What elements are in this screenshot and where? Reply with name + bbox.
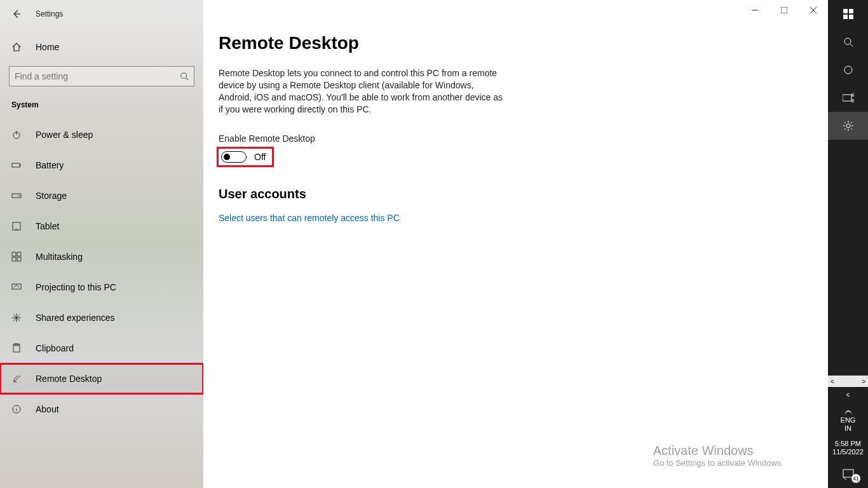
svg-rect-7 (12, 252, 16, 256)
sidebar-item-about[interactable]: About (0, 394, 203, 424)
svg-rect-10 (17, 257, 21, 261)
taskbar-settings-button[interactable] (828, 112, 868, 140)
taskbar: <> < ENG IN 5:58 PM 11/5/2022 41 (828, 0, 868, 488)
sidebar-item-label: About (36, 404, 59, 414)
tablet-icon (11, 221, 22, 231)
search-icon (180, 72, 189, 81)
taskbar-search-button[interactable] (828, 28, 868, 56)
clipboard-icon (11, 343, 22, 353)
sidebar-item-battery[interactable]: Battery (0, 150, 203, 180)
sidebar-item-label: Storage (36, 191, 67, 201)
enable-remote-desktop-toggle[interactable]: Off (219, 149, 272, 165)
storage-icon (11, 191, 22, 201)
svg-point-5 (18, 195, 20, 196)
multitasking-icon (11, 252, 22, 262)
sidebar-item-remote-desktop[interactable]: Remote Desktop (0, 363, 203, 394)
about-icon (11, 404, 22, 414)
sidebar-item-storage[interactable]: Storage (0, 180, 203, 211)
window-title: Settings (36, 10, 63, 18)
shared-icon (11, 313, 22, 323)
settings-sidebar: Settings Home System Power & sleep Batte… (0, 0, 203, 488)
sidebar-item-label: Tablet (36, 221, 59, 231)
cortana-button[interactable] (828, 56, 868, 84)
clock-date: 11/5/2022 (828, 448, 868, 456)
activate-subtitle: Go to Settings to activate Windows. (653, 458, 783, 468)
subheading-user-accounts: User accounts (219, 187, 813, 201)
activate-title: Activate Windows (653, 444, 783, 458)
svg-rect-15 (781, 7, 787, 13)
svg-rect-9 (12, 257, 16, 261)
toggle-label: Enable Remote Desktop (219, 133, 813, 144)
lang-line2: IN (828, 424, 868, 432)
sidebar-item-multitasking[interactable]: Multitasking (0, 241, 203, 272)
svg-rect-17 (843, 9, 848, 13)
main-content: Remote Desktop Remote Desktop lets you c… (203, 0, 828, 488)
sidebar-item-shared[interactable]: Shared experiences (0, 302, 203, 333)
sidebar-home-label: Home (36, 42, 59, 52)
battery-icon (11, 160, 22, 170)
maximize-button[interactable] (770, 0, 799, 20)
svg-rect-3 (20, 165, 21, 166)
clock[interactable]: 5:58 PM 11/5/2022 (828, 436, 868, 460)
back-icon[interactable] (11, 9, 22, 19)
minimize-button[interactable] (740, 0, 770, 20)
svg-rect-24 (852, 93, 854, 96)
start-button[interactable] (828, 0, 868, 28)
svg-rect-20 (849, 15, 853, 19)
page-title: Remote Desktop (219, 33, 813, 53)
svg-point-21 (844, 38, 851, 44)
select-users-link[interactable]: Select users that can remotely access th… (219, 213, 813, 223)
sidebar-item-label: Multitasking (36, 252, 83, 262)
language-indicator[interactable]: ENG IN (828, 402, 868, 435)
toggle-state: Off (254, 152, 266, 162)
sidebar-section-label: System (11, 100, 203, 109)
sidebar-item-tablet[interactable]: Tablet (0, 211, 203, 241)
tray-scrollbar[interactable]: <> (828, 376, 868, 387)
sidebar-item-label: Power & sleep (36, 130, 93, 140)
svg-rect-18 (849, 9, 853, 13)
svg-point-0 (181, 73, 187, 79)
sidebar-item-label: Remote Desktop (36, 374, 102, 384)
search-input-container[interactable] (9, 66, 194, 86)
sidebar-item-projecting[interactable]: Projecting to this PC (0, 272, 203, 302)
svg-rect-19 (843, 15, 848, 19)
notif-badge: 41 (851, 474, 860, 483)
sidebar-item-label: Shared experiences (36, 313, 115, 323)
svg-rect-25 (852, 100, 854, 102)
search-input[interactable] (15, 71, 180, 81)
sidebar-home[interactable]: Home (0, 34, 203, 60)
page-description: Remote Desktop lets you connect to and c… (219, 67, 505, 116)
sidebar-item-clipboard[interactable]: Clipboard (0, 333, 203, 363)
svg-point-26 (846, 124, 850, 128)
svg-rect-23 (843, 95, 851, 101)
remote-icon (11, 374, 22, 384)
svg-rect-8 (17, 252, 21, 256)
tray-expand-icon[interactable]: < (828, 387, 868, 402)
svg-rect-2 (12, 163, 20, 167)
clock-time: 5:58 PM (828, 440, 868, 448)
sidebar-item-power-sleep[interactable]: Power & sleep (0, 119, 203, 150)
sidebar-item-label: Projecting to this PC (36, 282, 116, 292)
power-icon (11, 130, 22, 140)
activate-windows-watermark: Activate Windows Go to Settings to activ… (653, 444, 783, 468)
task-view-button[interactable] (828, 84, 868, 112)
close-button[interactable] (799, 0, 828, 20)
home-icon (11, 42, 22, 52)
sidebar-item-label: Clipboard (36, 343, 74, 353)
toggle-switch[interactable] (221, 151, 247, 163)
notifications-button[interactable]: 41 (828, 460, 868, 488)
svg-rect-6 (13, 222, 20, 230)
projecting-icon (11, 282, 22, 292)
lang-line1: ENG (828, 416, 868, 424)
svg-point-22 (844, 66, 852, 74)
sidebar-item-label: Battery (36, 160, 64, 170)
